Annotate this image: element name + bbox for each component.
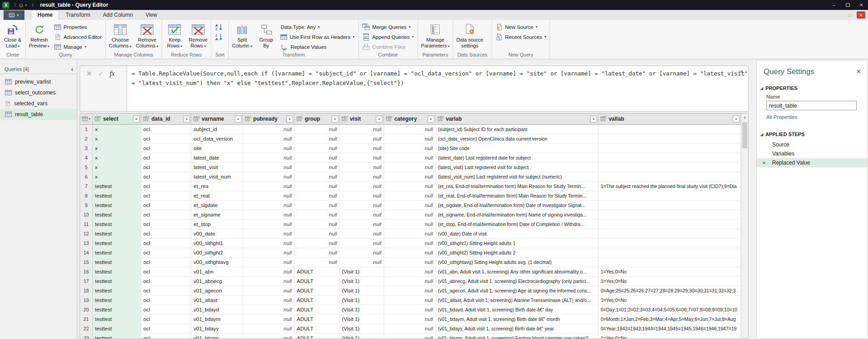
cell-vallab[interactable] [598,229,741,238]
cell-pubready[interactable]: null [243,182,294,191]
cell-varlab[interactable]: (v01_altast, Adult visit 1, screening) A… [436,296,598,305]
all-properties-link[interactable]: All Properties [766,114,797,120]
cell-vallab[interactable] [598,134,741,143]
cell-select[interactable]: testtest [93,182,141,191]
cell-varname[interactable]: v00_date [191,229,243,238]
cell-select[interactable]: testtest [93,296,141,305]
cell-group[interactable]: null [294,172,340,181]
cell-vallab[interactable] [598,210,741,219]
properties-button[interactable]: Properties [52,22,104,32]
row-number[interactable]: 4 [80,153,93,162]
row-number[interactable]: 14 [80,248,93,257]
cell-group[interactable]: ADULT [294,286,340,295]
cell-group[interactable]: null [294,125,340,134]
cell-varlab[interactable]: (et_rea, End-of-trial/termination form) … [436,182,598,191]
cell-vallab[interactable]: 0=Age;25=25;26=26;27=27;28=28;29=29;30=3… [598,286,741,295]
cell-varlab[interactable]: (site) Site code [436,144,598,153]
column-type-icon[interactable]: ABC123 [143,116,150,122]
cell-varlab[interactable]: (et_stop, End-of-trial/termination form)… [436,220,598,229]
cell-data_id[interactable]: ocl [141,191,191,200]
filter-dropdown-icon[interactable]: ▼ [590,116,597,122]
cell-select[interactable]: testtest [93,305,141,314]
cell-visit[interactable]: null [340,125,384,134]
cell-varname[interactable]: v00_sithght2 [191,248,243,257]
row-number[interactable]: 6 [80,172,93,181]
cell-vallab[interactable] [598,220,741,229]
close-loadbutton[interactable]: Close & Load ▾ [1,21,24,52]
cell-group[interactable]: null [294,153,340,162]
cell-category[interactable]: null [384,267,436,276]
filter-dropdown-icon[interactable]: ▼ [332,116,338,122]
cell-varname[interactable]: site [191,144,243,153]
cell-data_id[interactable]: ocl [141,163,191,172]
cell-data_id[interactable]: ocl [141,324,191,333]
file-menu-button[interactable]: ▾ [4,10,24,20]
cell-vallab[interactable]: 1=The subject reached the planned final … [598,182,741,191]
cell-pubready[interactable]: null [243,163,294,172]
cell-data_id[interactable]: ocl [141,134,191,143]
cell-vallab[interactable] [598,153,741,162]
cell-vallab[interactable]: 0=Month;1=Jan;2=Feb;3=Mar;4=Apr;5=May;6=… [598,315,741,324]
cell-pubready[interactable]: null [243,239,294,248]
cell-category[interactable]: null [384,239,436,248]
remove-columnsbutton[interactable]: Remove Columns ▾ [134,21,160,52]
cell-select[interactable]: testtest [93,239,141,248]
cell-vallab[interactable]: 1=Yes;0=No [598,267,741,276]
delete-step-icon[interactable]: ✕ [762,160,766,165]
cell-category[interactable]: null [384,296,436,305]
column-type-icon[interactable]: ABC123 [437,116,444,122]
cell-category[interactable]: null [384,163,436,172]
cell-pubready[interactable]: null [243,229,294,238]
cell-group[interactable]: null [294,220,340,229]
cell-visit[interactable]: null [340,182,384,191]
filter-dropdown-icon[interactable]: ▼ [183,116,190,122]
cell-pubready[interactable]: null [243,286,294,295]
column-type-icon[interactable]: ABC123 [193,116,200,122]
cell-pubready[interactable]: null [243,153,294,162]
cell-varlab[interactable]: (et_signame, End-of-trial/termination fo… [436,210,598,219]
cell-category[interactable]: null [384,220,436,229]
cell-visit[interactable]: null [340,248,384,257]
cell-data_id[interactable]: ocl [141,267,191,276]
column-type-icon[interactable]: ABC123 [600,116,607,122]
cell-vallab[interactable] [598,191,741,200]
column-type-icon[interactable]: ABC123 [342,116,348,122]
cell-varlab[interactable]: (et_reat, End-of-trial/termination form)… [436,191,598,200]
cell-varname[interactable]: v01_agecon [191,286,243,295]
cell-visit[interactable]: (Visit 1) [340,296,384,305]
cell-category[interactable]: null [384,248,436,257]
cell-visit[interactable]: null [340,153,384,162]
column-header-select[interactable]: ABC123select▼ [93,113,141,124]
cell-visit[interactable]: null [340,210,384,219]
row-number[interactable]: 18 [80,286,93,295]
cell-data_id[interactable]: ocl [141,239,191,248]
use-first-row-as-headers-button[interactable]: Use First Row as Headers▾ [278,32,356,42]
cell-data_id[interactable]: ocl [141,315,191,324]
column-header-varlab[interactable]: ABC123varlab▼ [436,113,598,124]
sidebar-item-preview_varlist[interactable]: preview_varlist [0,76,77,87]
filter-dropdown-icon[interactable]: ▼ [286,116,293,122]
cell-category[interactable]: null [384,125,436,134]
row-number[interactable]: 11 [80,220,93,229]
cell-pubready[interactable]: null [243,248,294,257]
cell-select[interactable]: x [93,163,141,172]
cell-visit[interactable]: (Visit 1) [340,315,384,324]
cell-category[interactable]: null [384,201,436,210]
cell-visit[interactable]: (Visit 1) [340,277,384,286]
cell-group[interactable]: null [294,239,340,248]
row-number[interactable]: 15 [80,258,93,267]
tab-home[interactable]: Home [31,10,59,20]
append-queries-button[interactable]: Append Queries▾ [360,32,416,42]
cell-group[interactable]: ADULT [294,267,340,276]
cell-varname[interactable]: latest_visit_num [191,172,243,181]
cell-category[interactable]: null [384,324,436,333]
sort-button[interactable]: AZ [213,22,225,32]
close-panel-icon[interactable]: ✕ [856,68,861,75]
cell-visit[interactable]: null [340,201,384,210]
cell-varlab[interactable]: (v01_abnecg, Adult visit 1, screening) E… [436,277,598,286]
cell-category[interactable]: null [384,191,436,200]
smiley-quick-access-icon[interactable]: ☺ [18,2,24,8]
column-type-icon[interactable]: ABC123 [95,116,101,122]
cell-group[interactable]: null [294,258,340,267]
new-source-button[interactable]: New Source▾ [493,22,549,32]
